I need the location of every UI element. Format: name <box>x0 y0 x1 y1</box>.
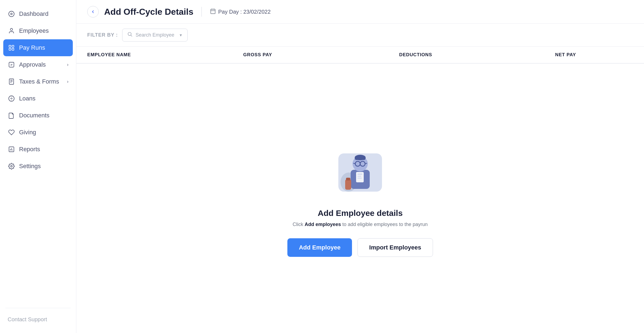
main-content: Add Off-Cycle Details Pay Day : 23/02/20… <box>76 0 644 333</box>
import-employees-button[interactable]: Import Employees <box>357 238 433 257</box>
sidebar-divider <box>5 308 71 308</box>
sidebar-label-pay-runs: Pay Runs <box>19 44 45 51</box>
svg-rect-40 <box>345 179 351 190</box>
pay-day-text: Pay Day : 23/02/2022 <box>218 9 270 15</box>
taxes-arrow-icon: › <box>67 79 68 84</box>
col-gross-pay: GROSS PAY <box>243 52 399 58</box>
sidebar: Dashboard Employees Pay Ru <box>0 0 76 333</box>
main-header: Add Off-Cycle Details Pay Day : 23/02/20… <box>76 0 644 24</box>
reports-icon <box>8 146 15 153</box>
svg-line-23 <box>131 35 132 37</box>
approvals-arrow-icon: › <box>67 62 68 67</box>
svg-rect-28 <box>357 174 362 175</box>
sidebar-item-approvals[interactable]: Approvals › <box>0 56 76 73</box>
dashboard-icon <box>8 11 15 17</box>
sidebar-item-documents[interactable]: Documents <box>0 107 76 124</box>
svg-point-22 <box>128 32 131 36</box>
sidebar-item-taxes-forms[interactable]: Taxes & Forms › <box>0 73 76 90</box>
empty-illustration <box>330 140 390 200</box>
sidebar-label-employees: Employees <box>19 27 49 34</box>
documents-icon <box>8 112 15 119</box>
sidebar-label-reports: Reports <box>19 146 40 153</box>
svg-rect-27 <box>356 172 364 182</box>
pay-day-badge: Pay Day : 23/02/2022 <box>210 8 270 16</box>
sidebar-label-giving: Giving <box>19 129 36 136</box>
pay-runs-icon <box>8 44 15 51</box>
table-header: EMPLOYEE NAME GROSS PAY DEDUCTIONS NET P… <box>76 47 644 64</box>
svg-rect-8 <box>9 79 14 84</box>
search-icon <box>127 32 133 38</box>
search-employee-dropdown[interactable]: Search Employee ▾ <box>122 29 188 41</box>
approvals-icon <box>8 61 15 68</box>
empty-state: Add Employee details Click Add employees… <box>76 64 644 333</box>
sidebar-label-dashboard: Dashboard <box>19 10 49 17</box>
sidebar-item-reports[interactable]: Reports <box>0 141 76 158</box>
sidebar-label-approvals: Approvals <box>19 61 46 68</box>
settings-icon <box>8 163 15 170</box>
sidebar-item-dashboard[interactable]: Dashboard <box>0 5 76 22</box>
sidebar-item-loans[interactable]: Loans <box>0 90 76 107</box>
svg-rect-18 <box>211 9 215 13</box>
svg-point-17 <box>11 165 12 167</box>
col-deductions: DEDUCTIONS <box>399 52 555 58</box>
svg-point-1 <box>11 13 12 15</box>
svg-rect-29 <box>357 176 361 177</box>
svg-rect-5 <box>9 48 11 50</box>
subtitle-link: Add employees <box>305 222 341 227</box>
chevron-down-icon: ▾ <box>180 32 182 38</box>
sidebar-item-settings[interactable]: Settings <box>0 158 76 175</box>
sidebar-label-documents: Documents <box>19 112 49 119</box>
empty-state-subtitle: Click Add employees to add eligible empl… <box>293 222 428 227</box>
empty-state-actions: Add Employee Import Employees <box>287 238 433 257</box>
col-net-pay: NET PAY <box>555 52 633 58</box>
sidebar-label-settings: Settings <box>19 163 41 170</box>
sidebar-item-employees[interactable]: Employees <box>0 22 76 39</box>
loans-icon <box>8 95 15 102</box>
taxes-icon <box>8 78 15 85</box>
subtitle-after: to add eligible employees to the payrun <box>341 222 428 227</box>
calendar-icon <box>210 8 216 16</box>
svg-rect-4 <box>12 45 14 47</box>
svg-rect-6 <box>12 48 14 50</box>
svg-rect-30 <box>357 178 362 179</box>
svg-rect-41 <box>346 178 350 180</box>
subtitle-before: Click <box>293 222 305 227</box>
search-employee-placeholder: Search Employee <box>136 32 174 38</box>
employees-icon <box>8 28 15 34</box>
add-employee-button[interactable]: Add Employee <box>287 238 352 257</box>
svg-point-0 <box>9 11 14 17</box>
giving-icon <box>8 129 15 136</box>
svg-rect-3 <box>9 45 11 47</box>
sidebar-item-giving[interactable]: Giving <box>0 124 76 141</box>
col-employee-name: EMPLOYEE NAME <box>87 52 243 58</box>
back-button[interactable] <box>87 6 99 17</box>
svg-point-2 <box>10 28 13 31</box>
sidebar-label-taxes-forms: Taxes & Forms <box>19 78 59 85</box>
page-title: Add Off-Cycle Details <box>104 7 193 17</box>
contact-support-link[interactable]: Contact Support <box>0 311 76 328</box>
sidebar-nav: Dashboard Employees Pay Ru <box>0 5 76 305</box>
empty-state-title: Add Employee details <box>318 209 403 218</box>
filter-bar: FILTER BY : Search Employee ▾ <box>76 24 644 47</box>
svg-rect-34 <box>355 157 366 160</box>
header-divider <box>201 7 202 17</box>
sidebar-label-loans: Loans <box>19 95 35 102</box>
sidebar-item-pay-runs[interactable]: Pay Runs <box>3 39 73 56</box>
filter-label: FILTER BY : <box>87 32 118 38</box>
